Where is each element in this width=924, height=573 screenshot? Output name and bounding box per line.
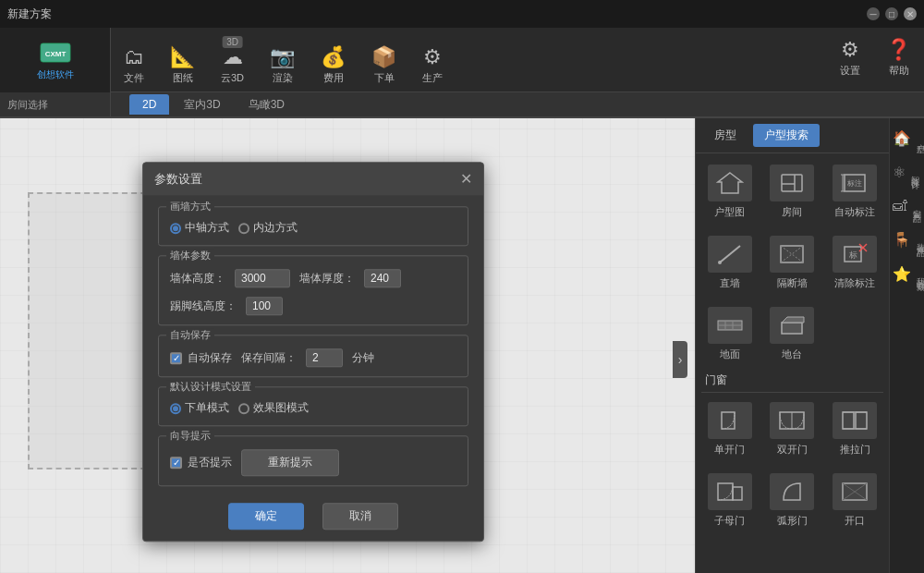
door-window-title: 门窗 [701, 367, 883, 393]
save-interval-input[interactable] [306, 348, 343, 367]
rp-opening[interactable]: 开口 [826, 468, 883, 533]
collect-icon: ⭐ [893, 265, 913, 283]
house-plan-icon [716, 171, 744, 195]
wall-thickness-label: 墙体厚度： [299, 271, 355, 286]
remind-button[interactable]: 重新提示 [241, 449, 339, 476]
logo-area: CXMT 创想软件 [0, 28, 111, 92]
toolbar-file[interactable]: 🗂 文件 [111, 47, 157, 92]
wall-height-input[interactable] [235, 269, 290, 287]
clear-mark-icon: 标 [841, 242, 869, 266]
rp-floor[interactable]: 地面 [701, 301, 759, 367]
rp-clear-mark[interactable]: 标 清除标注 [826, 230, 883, 296]
svg-rect-29 [856, 412, 867, 429]
arc-door-label: 弧形门 [777, 514, 808, 528]
guide-title: 向导提示 [166, 429, 214, 443]
dialog-footer: 确定 取消 [158, 495, 468, 530]
svg-point-11 [718, 261, 722, 264]
svg-rect-25 [722, 412, 735, 429]
rp-arc-door[interactable]: 弧形门 [764, 468, 821, 533]
confirm-button[interactable]: 确定 [228, 503, 304, 530]
radio-order-mode[interactable]: 下单模式 [170, 400, 229, 416]
collapse-button[interactable]: › [673, 341, 687, 378]
tab-2d[interactable]: 2D [129, 94, 169, 115]
arc-door-icon [778, 480, 806, 504]
house-plan-label: 户型图 [714, 205, 745, 219]
toolbar-cost[interactable]: 💰 费用 [308, 47, 359, 92]
floor-icon [716, 313, 744, 337]
toolbar-order[interactable]: 📦 下单 [359, 47, 409, 92]
main-area: 参数设置 ✕ 画墙方式 中轴方式 内边方式 [0, 118, 924, 573]
auto-save-section: 自动保存 自动保存 保存间隔： 分钟 [158, 335, 468, 377]
single-door-icon-box [708, 402, 752, 439]
radio-center[interactable]: 中轴方式 [170, 220, 229, 236]
toolbar-settings[interactable]: ⚙ 设置 [827, 40, 873, 85]
rp-tab-search[interactable]: 户型搜索 [753, 124, 820, 147]
partition-icon-box [770, 236, 814, 273]
tab-bird3d[interactable]: 鸟瞰3D [236, 93, 298, 116]
rp-platform[interactable]: 地台 [764, 301, 821, 367]
toolbar-render[interactable]: 📷 渲染 [257, 47, 308, 92]
baseboard-input[interactable] [246, 297, 283, 315]
opening-icon-box [833, 473, 877, 510]
save-unit-label: 分钟 [352, 350, 374, 366]
toolbar-help[interactable]: ❓ 帮助 [873, 40, 924, 85]
toolbar-produce[interactable]: ⚙ 生产 [409, 47, 456, 92]
maximize-button[interactable]: □ [885, 7, 898, 20]
cloud3d-label: 云3D [221, 71, 244, 85]
rp-child-door[interactable]: 子母门 [701, 468, 759, 533]
rp-auto-mark[interactable]: 标注 自动标注 [826, 159, 883, 225]
house-type-icon: 🏠 [893, 129, 913, 147]
cancel-button[interactable]: 取消 [322, 503, 398, 530]
auto-save-checkbox[interactable]: 自动保存 [170, 350, 232, 366]
radio-effect-mode[interactable]: 效果图模式 [238, 400, 309, 416]
far-right-collect[interactable]: ⭐ 我的收藏 [891, 258, 924, 290]
rp-partition[interactable]: 隔断墙 [764, 230, 821, 296]
settings-icon: ⚙ [841, 40, 859, 60]
svg-text:CXMT: CXMT [44, 49, 66, 57]
toolbar-drawing[interactable]: 📐 图纸 [157, 47, 208, 92]
view-tabs-bar: 房间选择 2D 室内3D 鸟瞰3D [0, 92, 924, 118]
design-mode-options: 下单模式 效果图模式 [170, 400, 456, 416]
opening-icon [841, 480, 869, 504]
auto-mark-label: 自动标注 [834, 205, 875, 219]
svg-marker-24 [782, 317, 804, 323]
radio-center-icon [170, 223, 181, 234]
title-text: 新建方案 [7, 6, 52, 22]
radio-inner[interactable]: 内边方式 [238, 220, 298, 236]
wall-thickness-input[interactable] [364, 269, 401, 287]
rp-double-door[interactable]: 双开门 [764, 396, 821, 462]
logo-text: 创想软件 [37, 68, 74, 81]
file-label: 文件 [124, 71, 144, 85]
double-door-label: 双开门 [777, 443, 808, 457]
rp-sliding-door[interactable]: 推拉门 [826, 396, 883, 462]
far-right-house-type[interactable]: 🏠 户型 [891, 122, 924, 154]
child-door-icon-box [708, 473, 752, 510]
rp-house-plan[interactable]: 户型图 [701, 159, 759, 225]
auto-mark-icon-box: 标注 [833, 165, 877, 201]
svg-rect-32 [718, 483, 733, 500]
far-right-custom[interactable]: 🛋 定制产品 [891, 190, 924, 222]
toolbar-cloud3d[interactable]: 3D ☁ 云3D [208, 32, 257, 92]
dialog-close-button[interactable]: ✕ [460, 170, 472, 188]
minimize-button[interactable]: ─ [867, 7, 880, 20]
house-plan-icon-box [708, 165, 752, 201]
svg-line-10 [720, 246, 740, 262]
rp-single-door[interactable]: 单开门 [701, 396, 759, 462]
render-icon: 📷 [270, 47, 295, 67]
guide-checkbox[interactable]: 是否提示 [170, 455, 232, 470]
save-interval-label: 保存间隔： [241, 350, 297, 366]
tab-interior3d[interactable]: 室内3D [171, 93, 233, 116]
draw-mode-title: 画墙方式 [166, 200, 214, 213]
rp-straight-wall[interactable]: 直墙 [701, 230, 759, 296]
produce-icon: ⚙ [423, 47, 442, 67]
toolbar-right: ⚙ 设置 ❓ 帮助 [827, 28, 924, 92]
house-type-label: 户型 [915, 137, 925, 140]
rp-room[interactable]: 房间 [764, 159, 821, 225]
auto-mark-icon: 标注 [841, 171, 869, 195]
close-button[interactable]: ✕ [904, 7, 917, 20]
far-right-decoration[interactable]: 🪑 装修产品 [891, 224, 924, 256]
drawing-label: 图纸 [173, 71, 193, 85]
rp-tab-house-type[interactable]: 房型 [703, 124, 748, 147]
far-right-smart-design[interactable]: ⚛ 智能设计 [891, 156, 924, 189]
house-type-grid: 户型图 房间 [701, 159, 883, 367]
